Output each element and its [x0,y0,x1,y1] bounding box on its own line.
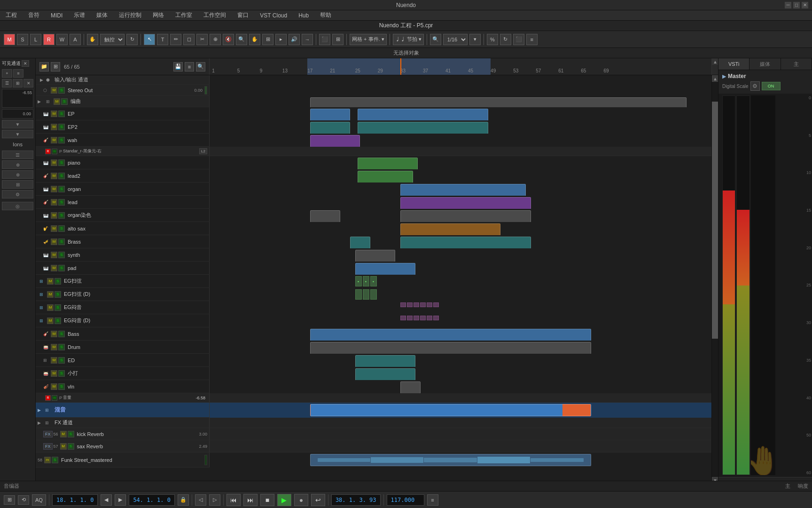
track-content-xiaoda[interactable] [210,367,711,380]
menu-audio[interactable]: 音符 [26,10,41,20]
track-s-bianqu[interactable]: S [61,98,68,105]
minimize-button[interactable]: ─ [785,2,791,8]
track-m-eg1[interactable]: M [47,278,54,285]
m-button[interactable]: M [4,34,15,45]
grid-view-btn[interactable]: ⊞ [13,79,23,87]
go-end-btn[interactable]: ⏭ [243,494,258,506]
track-m-vln[interactable]: M [51,383,57,390]
track-s-ed[interactable]: S [58,357,65,364]
menu-media[interactable]: 媒体 [94,10,109,20]
close-button[interactable]: ✕ [802,2,808,8]
list-btn[interactable]: ≡ [185,62,194,71]
track-content-funk[interactable] [210,452,711,468]
track-s-kick[interactable]: S [68,431,74,437]
track-m-synth[interactable]: M [51,252,57,258]
s-button[interactable]: S [17,34,28,45]
track-m-lead2[interactable]: M [51,173,57,179]
layout-btn[interactable]: ⊞ [51,62,60,71]
tempo-menu-btn[interactable]: ≡ [427,494,438,506]
add-track-btn[interactable]: + [2,69,12,78]
r-button[interactable]: R [43,34,55,45]
menu-hub[interactable]: Hub [297,11,311,20]
bars-dropdown[interactable]: ♩♩ 节拍 ▾ [393,34,424,45]
timeline-ruler[interactable]: 1 5 9 13 17 21 25 29 33 37 41 45 49 53 5… [210,58,711,75]
track-s-organ[interactable]: S [58,186,65,192]
pan-right-btn[interactable]: ▷ [209,494,220,506]
track-m-stereo[interactable]: M [51,87,57,94]
pan-left-btn[interactable]: ◁ [195,494,206,506]
track-s-vln[interactable]: S [58,383,65,390]
track-s-xiaoda[interactable]: S [58,370,65,377]
glue-btn[interactable]: ⊕ [210,34,221,45]
track-content-synth[interactable] [210,248,711,262]
scale-on-btn[interactable]: ON [762,82,781,90]
mute-btn[interactable]: 🔇 [223,34,234,45]
gear-button[interactable]: ⚙ [750,81,760,91]
track-m-sax[interactable]: M [60,443,67,450]
track-content-lead2[interactable] [210,169,711,183]
quantize-dropdown[interactable]: ▾ [469,34,481,45]
track-m-eg2[interactable]: M [47,291,54,298]
pencil-btn[interactable]: ✏ [170,34,181,45]
tab-media[interactable]: 媒体 [750,58,781,70]
quantize-select[interactable]: 1/16 [443,34,468,45]
settings-btn[interactable]: ⚙ [2,190,33,198]
config-btn[interactable]: ≡ [13,69,23,78]
touch-btn[interactable]: ✋ [87,34,98,45]
time-btn[interactable]: ⊞ [262,34,273,45]
track-s-stereo[interactable]: S [58,87,65,94]
track-content-ep[interactable] [210,107,711,120]
menu-vst-cloud[interactable]: VST Cloud [258,11,289,20]
go-start-btn[interactable]: ⏮ [226,494,241,506]
snap-toggle[interactable]: ⊞ [4,495,15,505]
search-btn[interactable]: 🔍 [196,62,205,71]
track-s-wah[interactable]: S [58,137,65,143]
sax-reverb-content[interactable] [210,440,711,452]
menu-studio[interactable]: 工作室 [173,10,194,20]
range-btn[interactable]: ▸ [275,34,287,45]
loop-transport-btn[interactable]: ↩ [311,494,325,506]
aq-btn[interactable]: AQ [32,494,46,506]
track-s-eg3[interactable]: S [55,304,61,311]
track-content-eg1[interactable]: ▪ ▪ ▪ [210,275,711,288]
maximize-button[interactable]: □ [793,2,800,8]
wah-r-btn[interactable]: R [45,149,51,154]
track-m-ep[interactable]: M [51,111,57,117]
fx-folder-content[interactable] [210,418,711,428]
track-s-drum[interactable]: S [58,344,65,350]
v-scroll-track[interactable] [712,82,718,477]
track-s-lead2[interactable]: S [58,173,65,179]
split-btn[interactable]: ✂ [196,34,208,45]
snap-btn[interactable]: ⊞ [332,34,344,45]
bars-btn[interactable]: ☰ [2,151,33,159]
tab-main[interactable]: 主 [781,58,812,70]
snap-btn2[interactable]: % [487,34,498,45]
eq-btn[interactable]: ⊞ [2,180,33,189]
track-m-drum[interactable]: M [51,344,57,350]
track-content-vln[interactable] [210,380,711,393]
circle-btn[interactable]: ◎ [2,202,33,210]
midi-btn[interactable]: ≡ [526,34,538,45]
track-s-lead[interactable]: S [58,199,65,206]
menu-network[interactable]: 网络 [151,10,166,20]
track-m-kick[interactable]: M [60,431,67,437]
track-content-drum[interactable] [210,341,711,354]
zoom-in-btn[interactable]: 🔍 [430,34,441,45]
track-content-altosax[interactable] [210,222,711,235]
track-content-eg3[interactable] [210,301,711,314]
track-m-brass[interactable]: M [51,238,57,245]
track-content-ep2[interactable] [210,120,711,134]
track-m-organ-dye[interactable]: M [51,212,57,219]
track-content-lead[interactable] [210,196,711,209]
track-m-piano[interactable]: M [51,159,57,166]
track-m-organ[interactable]: M [51,186,57,192]
wah-plugin-content[interactable] [210,147,711,156]
track-s-funk[interactable]: S [52,457,58,463]
track-content-eg2[interactable] [210,288,711,301]
track-m-wah[interactable]: M [51,137,57,143]
erase-btn[interactable]: ◻ [183,34,195,45]
menu-transport[interactable]: 运行控制 [117,10,143,20]
vln-w-btn[interactable]: W [52,395,57,401]
text-btn[interactable]: T [157,34,168,45]
track-m-ep2[interactable]: M [51,124,57,130]
